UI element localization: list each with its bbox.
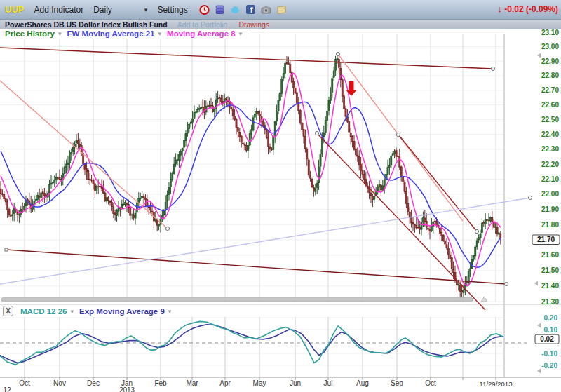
svg-text:22.30: 22.30: [541, 145, 559, 153]
svg-text:Sep: Sep: [391, 379, 403, 387]
alert-clock-icon[interactable]: [199, 4, 210, 15]
portfolio-stack-icon[interactable]: [215, 4, 225, 15]
svg-text:Apr: Apr: [219, 379, 231, 387]
macd-plot: [0, 321, 503, 365]
macd-axis: 0.200.10-0.10-0.200.02: [535, 314, 559, 370]
price-indicator-row: Price History ▾ FW Moving Average 21 ▾ M…: [0, 29, 252, 39]
x-axis: OctNovDecJanFebMarAprMayJunJulAugSepOct1…: [0, 377, 561, 392]
svg-text:21.40: 21.40: [541, 282, 559, 290]
price-axis: 23.1023.0022.9022.8022.7022.6022.5022.40…: [532, 29, 560, 306]
svg-text:21.80: 21.80: [541, 221, 559, 229]
svg-text:0.02: 0.02: [540, 335, 554, 343]
price-history-dropdown[interactable]: Price History: [5, 29, 55, 38]
price-grid: [0, 32, 561, 377]
svg-text:f: f: [250, 6, 252, 14]
price-scrollbar[interactable]: [1, 297, 487, 302]
svg-text:Dec: Dec: [87, 379, 100, 387]
notes-icon[interactable]: [276, 4, 287, 15]
svg-text:23.10: 23.10: [541, 29, 559, 36]
svg-text:2013: 2013: [119, 386, 135, 392]
svg-text:May: May: [253, 379, 266, 387]
twitter-icon[interactable]: [230, 4, 241, 15]
svg-text:0.20: 0.20: [544, 314, 558, 322]
ma21-dropdown[interactable]: FW Moving Average 21: [67, 29, 154, 38]
settings-button[interactable]: Settings: [157, 5, 187, 15]
chevron-down-icon[interactable]: ▾: [239, 30, 243, 37]
svg-text:22.50: 22.50: [541, 116, 559, 123]
svg-text:Oct: Oct: [19, 379, 30, 387]
symbol-ticker[interactable]: UUP: [5, 4, 24, 15]
pane-splitter-arrows[interactable]: [534, 53, 541, 374]
price-change-value: -0.02 (-0.09%): [504, 4, 558, 14]
macd-dropdown[interactable]: MACD 12 26: [20, 307, 67, 316]
macd-grid: [0, 317, 529, 377]
svg-text:-0.20: -0.20: [541, 362, 557, 370]
chevron-down-icon[interactable]: ▾: [168, 308, 172, 315]
macd-header-row: X MACD 12 26 ▾ Exp Moving Average 9 ▾: [0, 306, 181, 316]
drawings-link[interactable]: Drawings: [238, 20, 269, 29]
svg-text:22.60: 22.60: [541, 101, 559, 109]
svg-text:21.60: 21.60: [541, 251, 559, 259]
svg-text:Aug: Aug: [356, 379, 369, 387]
interval-value: Daily: [93, 5, 112, 15]
svg-text:Mar: Mar: [186, 379, 198, 387]
svg-text:23.00: 23.00: [541, 43, 559, 50]
down-arrow-icon: ↓: [497, 4, 502, 14]
svg-text:11/29/2013: 11/29/2013: [480, 380, 513, 388]
svg-text:21.50: 21.50: [541, 266, 559, 274]
candlesticks: [0, 54, 501, 299]
svg-text:22.80: 22.80: [541, 72, 559, 79]
svg-text:Jun: Jun: [290, 379, 301, 387]
svg-text:Nov: Nov: [53, 379, 66, 387]
charting-app: UUP Add Indicator Daily ▾ Settings f: [0, 0, 561, 392]
svg-text:22.70: 22.70: [541, 86, 559, 94]
svg-text:22.10: 22.10: [541, 175, 559, 183]
chart-svg: 23.1023.0022.9022.8022.7022.6022.5022.40…: [0, 28, 561, 392]
svg-text:0.10: 0.10: [544, 326, 558, 334]
facebook-icon[interactable]: f: [245, 4, 256, 15]
svg-text:Jul: Jul: [324, 379, 333, 387]
svg-text:21.90: 21.90: [541, 205, 559, 213]
interval-dropdown[interactable]: Daily ▾: [93, 5, 147, 15]
toolbar: UUP Add Indicator Daily ▾ Settings f: [0, 0, 561, 20]
svg-text:12: 12: [3, 386, 11, 392]
ma8-dropdown[interactable]: Moving Average 8: [167, 29, 236, 38]
add-indicator-button[interactable]: Add Indicator: [34, 5, 83, 15]
svg-text:22.40: 22.40: [541, 130, 559, 138]
chevron-down-icon[interactable]: ▾: [70, 308, 74, 315]
close-macd-button[interactable]: X: [3, 306, 13, 316]
add-to-portfolio-link[interactable]: Add to Portfolio: [177, 20, 228, 29]
svg-text:-0.10: -0.10: [541, 350, 557, 358]
svg-text:21.70: 21.70: [537, 236, 555, 243]
svg-text:Feb: Feb: [154, 379, 167, 387]
ema9-dropdown[interactable]: Exp Moving Average 9: [79, 307, 165, 316]
price-change: ↓ -0.02 (-0.09%): [497, 4, 558, 14]
fund-name: PowerShares DB US Dollar Index Bullish F…: [5, 20, 168, 29]
svg-text:21.30: 21.30: [541, 298, 559, 306]
chevron-down-icon[interactable]: ▾: [58, 30, 62, 37]
toolbar-icons: f: [199, 4, 287, 15]
svg-text:22.20: 22.20: [541, 161, 559, 168]
svg-text:22.00: 22.00: [541, 190, 559, 198]
chevron-down-icon[interactable]: ▾: [158, 30, 162, 37]
chevron-down-icon: ▾: [144, 6, 148, 13]
snapshot-camera-icon[interactable]: [261, 4, 271, 15]
svg-text:22.90: 22.90: [541, 58, 559, 65]
svg-text:Oct: Oct: [425, 379, 436, 387]
